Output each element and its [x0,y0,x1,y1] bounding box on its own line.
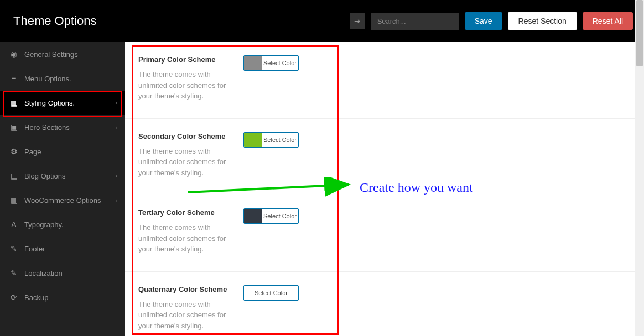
option-info: Quaternary Color SchemeThe theme comes w… [138,285,243,332]
page-title: Theme Options [13,14,96,28]
color-swatch [244,56,262,70]
cogs-icon: ⚙ [9,147,19,156]
option-row: Primary Color SchemeThe theme comes with… [125,42,644,119]
scrollbar-track[interactable] [635,0,644,336]
edit-icon: ✎ [9,244,19,253]
sidebar-item-label: Backup [24,293,48,302]
option-description: The theme comes with unlimited color sch… [138,69,227,102]
select-color-label: Select Color [262,133,298,147]
select-color-label: Select Color [262,209,298,223]
select-color-label: Select Color [244,286,298,300]
sidebar-item-label: Hero Sections [24,123,70,132]
expand-icon: ⇥ [354,17,361,25]
main-content: Primary Color SchemeThe theme comes with… [125,42,644,336]
palette-icon: ▦ [9,98,19,107]
option-info: Secondary Color SchemeThe theme comes wi… [138,132,243,179]
gauge-icon: ◉ [9,50,19,59]
option-description: The theme comes with unlimited color sch… [138,222,227,255]
sidebar-item-backup[interactable]: ⟳Backup [0,285,125,309]
sidebar-item-woocommerce-options[interactable]: ▥WooCommerce Options› [0,188,125,212]
color-picker[interactable]: Select Color [243,208,299,224]
chevron-icon: ‹ [116,100,117,106]
option-title: Tertiary Color Scheme [138,208,243,217]
option-row: Secondary Color SchemeThe theme comes wi… [125,119,644,196]
option-row: Tertiary Color SchemeThe theme comes wit… [125,195,644,272]
option-control: Select Color [243,132,299,179]
refresh-icon: ⟳ [9,293,19,302]
reset-section-button[interactable]: Reset Section [508,12,577,30]
option-title: Quaternary Color Scheme [138,285,243,293]
reset-all-button[interactable]: Reset All [583,12,633,30]
option-control: Select Color [243,285,299,332]
sidebar-item-hero-sections[interactable]: ▣Hero Sections› [0,115,125,139]
sidebar-item-styling-options[interactable]: ▦Styling Options.‹ [0,91,125,115]
sidebar-item-label: Styling Options. [24,99,75,107]
newspaper-icon: ▤ [9,171,19,180]
chevron-icon: › [116,173,117,179]
sidebar-item-label: Localization [24,269,63,277]
sidebar-item-typography[interactable]: ATypography. [0,212,125,237]
option-row: Quaternary Color SchemeThe theme comes w… [125,272,644,337]
color-picker[interactable]: Select Color [243,132,299,148]
color-picker[interactable]: Select Color [243,285,299,301]
search-input[interactable] [371,13,459,30]
option-title: Secondary Color Scheme [138,132,243,140]
chevron-icon: › [116,197,117,203]
option-title: Primary Color Scheme [138,55,243,64]
option-description: The theme comes with unlimited color sch… [138,299,227,332]
sidebar-item-label: Typography. [24,221,64,229]
header-bar: Theme Options ⇥ Save Reset Section Reset… [0,0,644,42]
edit-icon: ✎ [9,269,19,277]
sidebar-item-label: WooCommerce Options [24,196,101,204]
chevron-icon: › [116,124,117,130]
cart-icon: ▥ [9,196,19,204]
option-info: Tertiary Color SchemeThe theme comes wit… [138,208,243,255]
sidebar-item-label: Blog Options [24,172,65,180]
expand-icon-button[interactable]: ⇥ [350,13,365,29]
option-control: Select Color [243,208,299,255]
header-controls: ⇥ Save Reset Section Reset All [350,12,633,30]
color-swatch [244,133,262,147]
sidebar-item-menu-options[interactable]: ≡Menu Options. [0,66,125,91]
font-icon: A [9,220,19,229]
sidebar-item-label: General Settings [24,50,78,59]
sidebar-item-page[interactable]: ⚙Page [0,139,125,164]
sidebar-item-label: Page [24,148,41,156]
scrollbar-thumb[interactable] [636,0,643,66]
image-icon: ▣ [9,123,19,132]
select-color-label: Select Color [262,56,298,70]
sidebar-item-localization[interactable]: ✎Localization [0,261,125,285]
color-swatch [244,209,262,223]
sidebar-item-footer[interactable]: ✎Footer [0,237,125,261]
sidebar-item-label: Menu Options. [24,75,71,83]
option-control: Select Color [243,55,299,102]
sidebar-item-general-settings[interactable]: ◉General Settings [0,42,125,66]
sidebar-item-label: Footer [24,245,45,253]
option-description: The theme comes with unlimited color sch… [138,146,227,179]
save-button[interactable]: Save [465,12,502,30]
sidebar: ◉General Settings≡Menu Options.▦Styling … [0,42,125,336]
sidebar-item-blog-options[interactable]: ▤Blog Options› [0,164,125,188]
option-info: Primary Color SchemeThe theme comes with… [138,55,243,102]
color-picker[interactable]: Select Color [243,55,299,71]
list-icon: ≡ [9,74,19,83]
